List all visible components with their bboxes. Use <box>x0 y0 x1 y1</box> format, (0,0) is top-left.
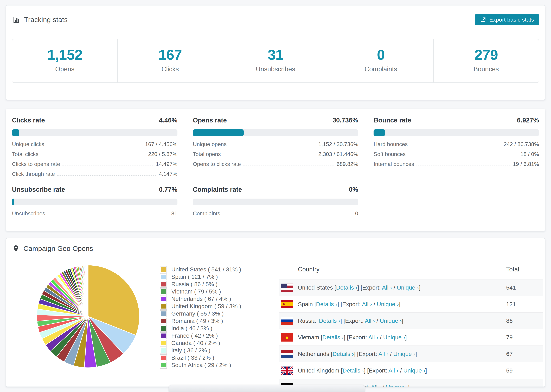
flag-icon-gb <box>281 366 293 375</box>
geo-table-header: Country Total <box>279 259 543 279</box>
summary-label: Complaints <box>328 65 433 73</box>
detail-label: Unique opens <box>193 141 226 148</box>
legend-item-france[interactable]: France ( 42 / 2% ) <box>160 332 263 339</box>
map-pin-icon <box>12 245 20 252</box>
total-cell: 59 <box>506 367 543 374</box>
details-link[interactable]: Details › <box>322 334 344 341</box>
geo-table-row-united-states: United States [Details ›] [Export: All ›… <box>279 279 543 296</box>
country-cell: Vietnam [Details ›] [Export: All › / Uni… <box>298 334 506 341</box>
geo-body: United States ( 541 / 31% )Spain ( 121 /… <box>6 259 545 387</box>
card-title: Tracking stats <box>24 16 68 24</box>
summary-tile-unsubscribes: 31Unsubscribes <box>223 39 328 83</box>
column-header-country: Country <box>298 266 506 273</box>
flag-icon-nl <box>281 350 293 358</box>
geo-opens-header: Campaign Geo Opens <box>6 238 545 259</box>
export-unique-link[interactable]: Unique › <box>403 367 425 374</box>
detail-label: Internal bounces <box>374 161 414 168</box>
rate-block-complaints-rate: Complaints rate0%Complaints0 <box>193 186 358 218</box>
legend-label: Germany ( 55 / 3% ) <box>171 310 224 317</box>
legend-item-italy[interactable]: Italy ( 36 / 2% ) <box>160 347 263 354</box>
export-unique-link[interactable]: Unique › <box>380 317 402 324</box>
rate-progress-fill <box>12 199 14 205</box>
details-link[interactable]: Details › <box>319 317 340 324</box>
slash-text: / <box>372 301 377 307</box>
slash-text: / <box>378 334 383 341</box>
export-unique-link[interactable]: Unique › <box>397 284 419 291</box>
legend-label: France ( 42 / 2% ) <box>171 332 218 339</box>
detail-label: Total clicks <box>12 151 38 158</box>
rates-grid: Clicks rate4.46%Unique clicks167 / 4.456… <box>6 109 545 224</box>
dotted-leader <box>47 146 143 146</box>
legend-item-spain[interactable]: Spain ( 121 / 7% ) <box>160 273 263 280</box>
geo-table-row-netherlands: Netherlands [Details ›] [Export: All › /… <box>279 345 543 362</box>
legend-label: Spain ( 121 / 7% ) <box>171 273 218 280</box>
export-unique-link[interactable]: Unique › <box>377 301 399 307</box>
total-cell: 86 <box>506 317 543 324</box>
legend-item-vietnam[interactable]: Vietnam ( 79 / 5% ) <box>160 288 263 295</box>
legend-swatch <box>160 362 167 369</box>
country-cell: United States [Details ›] [Export: All ›… <box>298 284 506 291</box>
legend-item-united-kingdom[interactable]: United Kingdom ( 59 / 3% ) <box>160 302 263 310</box>
legend-item-romania[interactable]: Romania ( 49 / 3% ) <box>160 317 263 325</box>
export-all-link[interactable]: All › <box>365 317 375 324</box>
slash-text: / <box>381 384 386 387</box>
rate-detail-click-through-rate: Click through rate4.147% <box>12 168 177 178</box>
rate-block-unsubscribe-rate: Unsubscribe rate0.77%Unsubscribes31 <box>12 186 177 218</box>
legend-item-canada[interactable]: Canada ( 40 / 2% ) <box>160 339 263 347</box>
summary-value: 31 <box>223 47 328 63</box>
detail-value: 220 / 5.87% <box>148 151 177 158</box>
rate-detail-total-clicks: Total clicks220 / 5.87% <box>12 148 177 158</box>
detail-value: 19 / 6.81% <box>513 161 539 168</box>
export-all-link[interactable]: All › <box>362 301 372 307</box>
flag-icon-es <box>281 300 293 308</box>
export-all-link[interactable]: All › <box>382 284 392 291</box>
legend-item-united-states[interactable]: United States ( 541 / 31% ) <box>160 266 263 273</box>
export-unique-link[interactable]: Unique › <box>386 384 408 387</box>
legend-swatch <box>160 303 167 310</box>
detail-label: Clicks to opens rate <box>12 161 60 168</box>
geo-pie-chart[interactable] <box>35 263 141 370</box>
export-button-label: Export basic stats <box>489 17 534 23</box>
detail-label: Soft bounces <box>374 151 406 158</box>
summary-label: Opens <box>12 65 117 73</box>
summary-value: 0 <box>328 47 433 63</box>
rate-title: Unsubscribe rate <box>12 186 65 193</box>
rate-detail-hard-bounces: Hard bounces242 / 86.738% <box>374 139 539 148</box>
geo-table-rows: United States [Details ›] [Export: All ›… <box>279 279 543 387</box>
geo-opens-card: Campaign Geo Opens United States ( 541 /… <box>6 238 545 387</box>
legend-item-india[interactable]: India ( 46 / 3% ) <box>160 325 263 332</box>
export-icon <box>480 16 487 23</box>
country-name: Netherlands [ <box>298 351 332 357</box>
legend-item-brazil[interactable]: Brazil ( 33 / 2% ) <box>160 354 263 361</box>
details-link[interactable]: Details › <box>343 367 364 374</box>
legend-item-netherlands[interactable]: Netherlands ( 67 / 4% ) <box>160 295 263 302</box>
legend-item-south-africa[interactable]: South Africa ( 29 / 2% ) <box>160 361 263 369</box>
slash-text: / <box>389 351 393 357</box>
export-unique-link[interactable]: Unique › <box>393 351 415 357</box>
details-link[interactable]: Details › <box>316 301 338 307</box>
rate-detail-total-opens: Total opens2,303 / 61.446% <box>193 148 358 158</box>
legend-swatch <box>160 273 167 280</box>
summary-value: 1,152 <box>12 47 117 63</box>
geo-legend: United States ( 541 / 31% )Spain ( 121 /… <box>160 266 263 369</box>
legend-label: Romania ( 49 / 3% ) <box>171 318 223 324</box>
details-link[interactable]: Details › <box>336 284 357 291</box>
legend-item-germany[interactable]: Germany ( 55 / 3% ) <box>160 310 263 317</box>
pie-chart-svg[interactable] <box>35 263 141 369</box>
export-all-link[interactable]: All › <box>371 384 381 387</box>
export-all-link[interactable]: All › <box>379 351 389 357</box>
bracket-text: ] [Export: <box>357 284 382 291</box>
country-name: Vietnam [ <box>298 334 322 341</box>
details-link[interactable]: Details › <box>332 351 354 357</box>
export-basic-stats-button[interactable]: Export basic stats <box>475 14 539 25</box>
export-unique-link[interactable]: Unique › <box>383 334 405 341</box>
detail-label: Total opens <box>193 151 221 158</box>
bracket-text: ] [Export: <box>344 334 368 341</box>
slash-text: / <box>399 367 403 374</box>
rate-title: Bounce rate <box>374 117 411 124</box>
export-all-link[interactable]: All › <box>368 334 378 341</box>
legend-item-russia[interactable]: Russia ( 86 / 5% ) <box>160 280 263 288</box>
detail-value: 31 <box>171 210 177 218</box>
total-cell: 67 <box>506 351 543 357</box>
export-all-link[interactable]: All › <box>389 367 399 374</box>
